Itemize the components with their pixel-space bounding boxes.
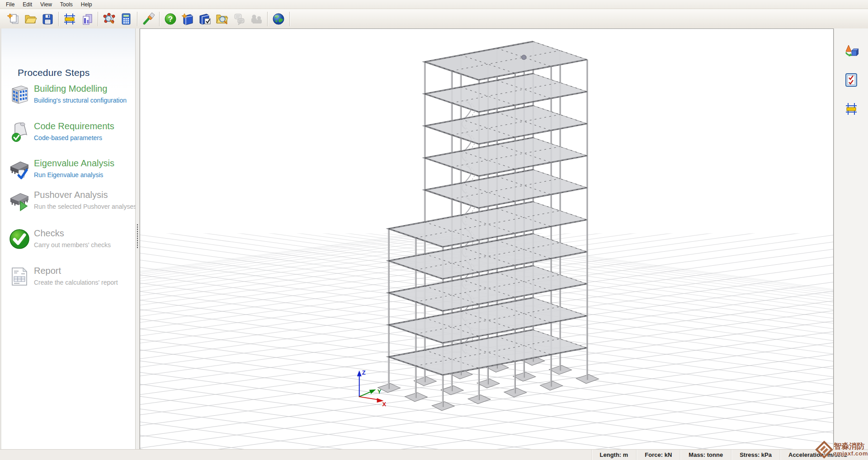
structural-model-scene: Z Y X xyxy=(140,29,833,449)
procedure-steps-panel: Procedure Steps Building Modelling Build… xyxy=(0,28,136,450)
right-tool-strip xyxy=(834,28,868,450)
toolbar-separator xyxy=(137,12,137,26)
book-check-icon xyxy=(198,12,212,26)
save-button[interactable] xyxy=(39,10,56,28)
display-options-button[interactable] xyxy=(842,42,860,60)
status-bar: Length: m Force: kN Mass: tonne Stress: … xyxy=(0,449,868,460)
save-icon xyxy=(41,12,54,26)
open-project-button[interactable] xyxy=(22,10,39,28)
brush-icon xyxy=(142,12,155,26)
step-title: Eigenvalue Analysis xyxy=(34,158,114,169)
frame-view-button[interactable] xyxy=(842,100,860,118)
step-building-modelling[interactable]: Building Modelling Building's structural… xyxy=(1,84,135,116)
calculator-button[interactable] xyxy=(118,10,135,28)
model-viewport-3d[interactable]: Z Y X xyxy=(140,28,834,450)
manual-button[interactable] xyxy=(179,10,196,28)
unit-mass: Mass: tonne xyxy=(680,450,731,460)
svg-text:X: X xyxy=(382,401,387,408)
help-icon: ? xyxy=(164,12,177,26)
tutorial-button[interactable] xyxy=(196,10,213,28)
examples-button[interactable] xyxy=(213,10,231,28)
new-project-button[interactable] xyxy=(5,10,22,28)
collaboration-icon xyxy=(250,12,263,26)
chip-check-icon xyxy=(9,158,30,180)
unit-acceleration: Acceleration: m/sec2 xyxy=(780,450,868,460)
step-subtitle: Carry out members' checks xyxy=(34,241,111,249)
folder-search-icon xyxy=(215,12,229,26)
step-subtitle: Building's structural configuration xyxy=(34,97,127,104)
step-title: Building Modelling xyxy=(34,84,107,94)
menu-help[interactable]: Help xyxy=(77,0,96,9)
display-shapes-icon xyxy=(844,44,859,58)
main-area: Procedure Steps Building Modelling Build… xyxy=(0,28,868,450)
unit-length: Length: m xyxy=(591,450,637,460)
model-search-icon xyxy=(102,12,116,26)
step-checks[interactable]: Checks Carry out members' checks xyxy=(1,228,135,261)
toolbar-separator xyxy=(98,12,98,26)
building-modeller-button[interactable] xyxy=(61,10,78,28)
open-folder-icon xyxy=(24,12,37,26)
collaboration-button[interactable] xyxy=(248,10,265,28)
panel-splitter[interactable] xyxy=(136,28,140,450)
svg-text:Z: Z xyxy=(362,369,366,376)
step-title: Pushover Analysis xyxy=(34,190,108,200)
building-doc-icon xyxy=(80,12,94,26)
menu-file[interactable]: File xyxy=(2,0,19,9)
step-subtitle: Run the selected Pushover analyses xyxy=(34,203,137,210)
step-subtitle: Run Eigenvalue analysis xyxy=(34,171,103,178)
menu-tools[interactable]: Tools xyxy=(56,0,77,9)
step-code-requirements[interactable]: Code Requirements Code-based parameters xyxy=(1,121,135,154)
svg-text:?: ? xyxy=(168,15,173,23)
step-subtitle: Code-based parameters xyxy=(34,134,102,141)
frame-tool-icon xyxy=(844,102,859,116)
svg-text:Y: Y xyxy=(377,388,382,395)
help-button[interactable]: ? xyxy=(162,10,179,28)
building-report-button[interactable] xyxy=(78,10,95,28)
building-model xyxy=(378,42,599,411)
chat-icon xyxy=(232,12,246,26)
checks-list-button[interactable] xyxy=(842,71,860,89)
unit-force: Force: kN xyxy=(636,450,680,460)
step-title: Report xyxy=(34,266,61,276)
menu-bar: File Edit View Tools Help xyxy=(0,0,868,9)
toolbar: ? xyxy=(0,9,868,29)
model-inspect-button[interactable] xyxy=(100,10,118,28)
step-title: Code Requirements xyxy=(34,121,114,131)
toolbar-separator xyxy=(267,12,268,26)
panel-title: Procedure Steps xyxy=(18,67,90,78)
globe-icon xyxy=(272,12,285,26)
step-title: Checks xyxy=(34,228,64,239)
unit-stress: Stress: kPa xyxy=(731,450,780,460)
step-subtitle: Create the calculations' report xyxy=(34,279,118,286)
menu-view[interactable]: View xyxy=(36,0,56,9)
calculator-icon xyxy=(119,12,133,26)
frame-icon xyxy=(63,12,76,26)
menu-edit[interactable]: Edit xyxy=(19,0,36,9)
chip-run-icon xyxy=(9,190,30,211)
step-pushover-analysis[interactable]: Pushover Analysis Run the selected Pusho… xyxy=(1,190,135,222)
display-settings-button[interactable] xyxy=(140,10,157,28)
building-icon xyxy=(9,84,30,105)
book-star-icon xyxy=(181,12,194,26)
scroll-check-icon xyxy=(9,121,30,143)
green-check-icon xyxy=(9,228,30,250)
website-button[interactable] xyxy=(270,10,287,28)
step-eigenvalue-analysis[interactable]: Eigenvalue Analysis Run Eigenvalue analy… xyxy=(1,158,135,191)
report-icon xyxy=(9,266,30,287)
splitter-handle-icon xyxy=(137,224,138,249)
toolbar-separator xyxy=(289,12,290,26)
discussion-button[interactable] xyxy=(231,10,248,28)
new-document-icon xyxy=(6,12,20,26)
toolbar-separator xyxy=(159,12,160,26)
checklist-icon xyxy=(844,73,859,87)
toolbar-separator xyxy=(58,12,59,26)
step-report[interactable]: Report Create the calculations' report xyxy=(1,266,135,298)
